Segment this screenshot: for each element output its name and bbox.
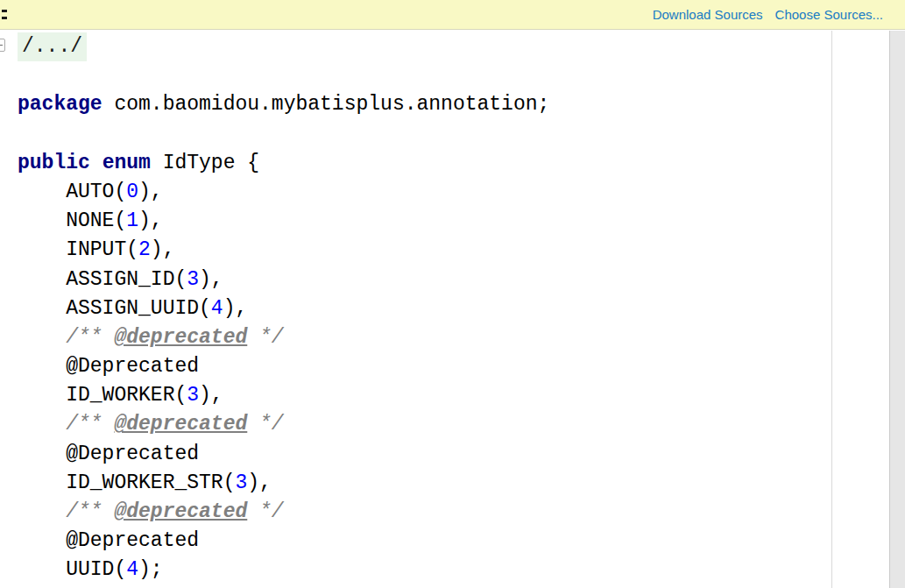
code-token xyxy=(90,152,103,174)
code-token: @Deprecated xyxy=(18,529,199,552)
code-token xyxy=(18,413,66,436)
code-line: ID_WORKER_STR(3), xyxy=(18,469,835,498)
code-token: NONE( xyxy=(18,209,126,232)
code-token: /** xyxy=(66,500,114,523)
code-line: /** @deprecated */ xyxy=(18,410,835,439)
code-token: /** xyxy=(66,413,114,436)
code-token xyxy=(18,500,66,523)
code-token: 3 xyxy=(187,384,199,407)
code-line: UUID(4); xyxy=(18,556,835,584)
code-token: INPUT( xyxy=(18,238,138,261)
code-token: ), xyxy=(138,181,163,203)
choose-sources-link[interactable]: Choose Sources... xyxy=(775,7,883,22)
code-token: 4 xyxy=(126,558,138,581)
code-token: enum xyxy=(103,152,151,174)
code-token: ), xyxy=(138,209,163,232)
right-margin-guide xyxy=(831,31,832,588)
code-token: ASSIGN_UUID( xyxy=(18,297,211,320)
code-line: ASSIGN_UUID(4), xyxy=(18,294,835,323)
code-token: IdType { xyxy=(151,152,259,174)
code-token: /** xyxy=(66,326,114,349)
code-token: ID_WORKER( xyxy=(18,384,187,407)
code-token: ), xyxy=(199,384,223,407)
code-token: AUTO( xyxy=(18,181,126,203)
code-line: NONE(1), xyxy=(18,207,835,236)
banner-message-clipped xyxy=(2,10,8,20)
code-token: @Deprecated xyxy=(18,443,199,465)
code-token: 4 xyxy=(211,297,223,320)
code-line: AUTO(0), xyxy=(18,178,835,207)
code-token: UUID( xyxy=(18,558,126,581)
code-token: ASSIGN_ID( xyxy=(18,268,187,291)
code-token: 3 xyxy=(187,268,199,291)
code-line: /** @deprecated */ xyxy=(18,323,835,352)
code-token: 2 xyxy=(138,238,151,261)
code-token: package xyxy=(18,93,103,116)
code-token: ), xyxy=(151,238,175,261)
download-sources-link[interactable]: Download Sources xyxy=(653,7,763,22)
code-token: ); xyxy=(138,558,163,581)
attach-sources-banner: Download Sources Choose Sources... xyxy=(0,0,905,30)
code-token: ID_WORKER_STR( xyxy=(18,471,235,494)
code-line: ASSIGN_ID(3), xyxy=(18,266,835,294)
code-line: /** @deprecated */ xyxy=(18,498,835,527)
code-token: */ xyxy=(247,326,283,349)
code-line: @Deprecated xyxy=(18,527,835,556)
code-token: @Deprecated xyxy=(18,355,199,378)
code-token: ), xyxy=(247,471,272,494)
code-token: @deprecated xyxy=(114,413,247,436)
code-line: @Deprecated xyxy=(18,440,835,469)
code-token: */ xyxy=(247,500,283,523)
code-token: public xyxy=(18,152,90,174)
code-token: 3 xyxy=(235,471,247,494)
code-editor: /.../package com.baomidou.mybatisplus.an… xyxy=(0,31,905,588)
code-token xyxy=(18,326,66,349)
code-line: public enum IdType { xyxy=(18,149,835,178)
code-line: INPUT(2), xyxy=(18,236,835,265)
code-line xyxy=(18,120,835,149)
code-token: ), xyxy=(223,297,248,320)
code-line xyxy=(18,61,835,90)
code-line: @Deprecated xyxy=(18,352,835,381)
code-token: @deprecated xyxy=(114,500,247,523)
code-token: ), xyxy=(199,268,223,291)
code-line: package com.baomidou.mybatisplus.annotat… xyxy=(18,90,835,119)
code-token: 1 xyxy=(126,209,138,232)
vertical-scrollbar[interactable] xyxy=(889,31,905,588)
code-token: */ xyxy=(247,413,283,436)
code-token: @deprecated xyxy=(114,326,247,349)
code-token: com.baomidou.mybatisplus.annotation; xyxy=(103,93,550,116)
code-token: 0 xyxy=(126,181,138,203)
code-line: ID_WORKER(3), xyxy=(18,381,835,410)
code-area[interactable]: /.../package com.baomidou.mybatisplus.an… xyxy=(18,32,835,588)
fold-expand-icon[interactable] xyxy=(0,39,5,52)
folded-region[interactable]: /.../ xyxy=(18,32,87,61)
code-line: /.../ xyxy=(18,32,835,61)
